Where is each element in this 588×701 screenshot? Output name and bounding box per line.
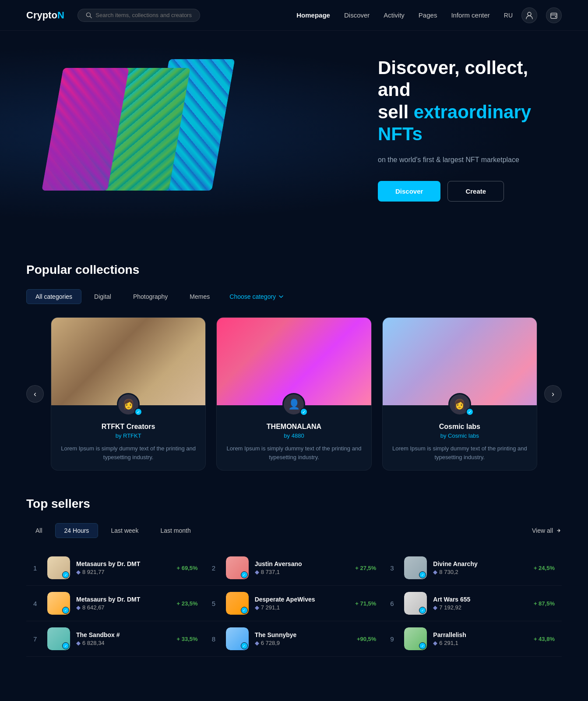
seller-verified-badge: ✓ <box>241 571 248 578</box>
seller-info: Metasaurs by Dr. DMT ◆ 8 921,77 <box>76 560 171 575</box>
collection-author-3[interactable]: by Cosmic labs <box>391 432 528 439</box>
filter-choose-category[interactable]: Choose category <box>222 290 291 304</box>
seller-rank: 1 <box>33 564 41 572</box>
seller-change: + 23,5% <box>177 600 198 607</box>
filter-photography[interactable]: Photography <box>124 289 177 304</box>
svg-rect-3 <box>551 13 557 18</box>
seller-avatar: ✓ <box>404 627 427 650</box>
popular-collections-section: Popular collections All categories Digit… <box>0 237 588 488</box>
collection-name-3: Cosmic labs <box>391 423 528 431</box>
carousel-next-button[interactable]: › <box>544 385 562 403</box>
seller-row: 3 ✓ Divine Anarchy ◆ 8 730,2 + 24,5% <box>383 550 562 586</box>
seller-avatar: ✓ <box>47 556 70 579</box>
create-button[interactable]: Create <box>447 181 504 202</box>
seller-info: Metasaurs by Dr. DMT ◆ 8 642,67 <box>76 596 171 611</box>
hero-title: Discover, collect, and sell extraordinar… <box>378 57 562 145</box>
view-all-link[interactable]: View all <box>532 527 562 534</box>
hero-buttons: Discover Create <box>378 181 562 202</box>
language-selector[interactable]: RU <box>504 12 513 19</box>
time-filters: All 24 Hours Last week Last month <box>26 523 200 538</box>
seller-eth-value: 6 291,1 <box>439 640 458 646</box>
seller-info: Divine Anarchy ◆ 8 730,2 <box>433 560 528 575</box>
nav-inform-center[interactable]: Inform center <box>451 11 489 19</box>
eth-icon: ◆ <box>255 640 259 646</box>
seller-name[interactable]: Art Wars 655 <box>433 596 528 603</box>
seller-name[interactable]: The Sunnybye <box>255 631 351 638</box>
time-tab-all[interactable]: All <box>26 523 52 538</box>
seller-name[interactable]: Parrallelish <box>433 631 528 638</box>
eth-icon: ◆ <box>76 640 81 646</box>
seller-info: The Sunnybye ◆ 6 728,9 <box>255 631 351 646</box>
hero-images <box>26 59 236 199</box>
seller-rank: 6 <box>390 600 398 607</box>
eth-icon: ◆ <box>433 640 437 646</box>
nav-discover[interactable]: Discover <box>344 11 370 19</box>
seller-avatar: ✓ <box>404 592 427 615</box>
wallet-icon <box>550 11 558 19</box>
seller-value: ◆ 8 737,1 <box>255 569 349 575</box>
seller-value: ◆ 8 921,77 <box>76 569 171 575</box>
collection-card: 👩 ✓ RTFKT Creators by RTFKT Lorem Ipsum … <box>51 317 206 471</box>
seller-name[interactable]: Divine Anarchy <box>433 560 528 567</box>
logo-highlight: N <box>57 10 64 21</box>
user-icon-btn[interactable] <box>521 7 537 23</box>
collection-desc-1: Lorem Ipsum is simply dummy text of the … <box>60 444 197 461</box>
eth-icon: ◆ <box>255 569 259 575</box>
eth-icon: ◆ <box>433 604 437 611</box>
seller-row: 7 ✓ The Sandbox # ◆ 6 828,34 + 33,5% <box>26 621 205 657</box>
svg-line-1 <box>90 16 92 18</box>
seller-avatar: ✓ <box>226 556 249 579</box>
seller-change: + 27,5% <box>355 565 376 571</box>
collections-grid: 👩 ✓ RTFKT Creators by RTFKT Lorem Ipsum … <box>51 317 537 471</box>
filter-all-categories[interactable]: All categories <box>26 289 81 304</box>
seller-avatar: ✓ <box>226 592 249 615</box>
seller-value: ◆ 6 828,34 <box>76 640 171 646</box>
logo[interactable]: CryptoN <box>26 10 64 21</box>
nav-pages[interactable]: Pages <box>419 11 437 19</box>
carousel-prev-button[interactable]: ‹ <box>26 385 44 403</box>
filter-digital[interactable]: Digital <box>85 289 120 304</box>
seller-value: ◆ 7 291,1 <box>255 604 349 611</box>
collection-card: 👩 ✓ Cosmic labs by Cosmic labs Lorem Ips… <box>382 317 537 471</box>
hero-text: Discover, collect, and sell extraordinar… <box>343 57 562 202</box>
seller-avatar: ✓ <box>47 592 70 615</box>
collection-author-1[interactable]: by RTFKT <box>60 432 197 439</box>
collection-image-1: 👩 ✓ <box>51 318 205 405</box>
verified-badge-3: ✓ <box>466 408 474 416</box>
wallet-icon-btn[interactable] <box>546 7 562 23</box>
discover-button[interactable]: Discover <box>378 181 440 202</box>
nav-links: Homepage Discover Activity Pages Inform … <box>296 11 489 19</box>
seller-rank: 8 <box>212 635 220 643</box>
nav-homepage[interactable]: Homepage <box>296 11 330 19</box>
seller-info: Art Wars 655 ◆ 7 192,92 <box>433 596 528 611</box>
seller-rank: 9 <box>390 635 398 643</box>
seller-name[interactable]: Desperate ApeWives <box>255 596 349 603</box>
time-tab-month[interactable]: Last month <box>151 523 200 538</box>
seller-value: ◆ 6 291,1 <box>433 640 528 646</box>
top-sellers-title: Top sellers <box>26 497 562 511</box>
time-tab-week[interactable]: Last week <box>102 523 148 538</box>
eth-icon: ◆ <box>76 569 81 575</box>
collection-desc-3: Lorem Ipsum is simply dummy text of the … <box>391 444 528 461</box>
search-bar[interactable] <box>77 9 200 22</box>
seller-info: Desperate ApeWives ◆ 7 291,1 <box>255 596 349 611</box>
seller-info: Justin Aversano ◆ 8 737,1 <box>255 560 349 575</box>
seller-eth-value: 8 921,77 <box>82 569 105 575</box>
seller-name[interactable]: Justin Aversano <box>255 560 349 567</box>
top-sellers-section: Top sellers All 24 Hours Last week Last … <box>0 488 588 683</box>
time-tab-24h[interactable]: 24 Hours <box>55 523 99 538</box>
seller-name[interactable]: Metasaurs by Dr. DMT <box>76 560 171 567</box>
seller-change: + 24,5% <box>534 565 555 571</box>
seller-rank: 2 <box>212 564 220 572</box>
seller-name[interactable]: Metasaurs by Dr. DMT <box>76 596 171 603</box>
collection-author-2[interactable]: by 4880 <box>225 432 362 439</box>
nav-activity[interactable]: Activity <box>384 11 405 19</box>
chevron-down-icon <box>278 294 284 299</box>
seller-name[interactable]: The Sandbox # <box>76 631 171 638</box>
seller-row: 1 ✓ Metasaurs by Dr. DMT ◆ 8 921,77 + 69… <box>26 550 205 586</box>
search-input[interactable] <box>95 12 191 18</box>
seller-change: + 43,8% <box>534 636 555 642</box>
seller-eth-value: 8 730,2 <box>439 569 458 575</box>
filter-memes[interactable]: Memes <box>180 289 219 304</box>
seller-change: + 71,5% <box>355 600 376 607</box>
